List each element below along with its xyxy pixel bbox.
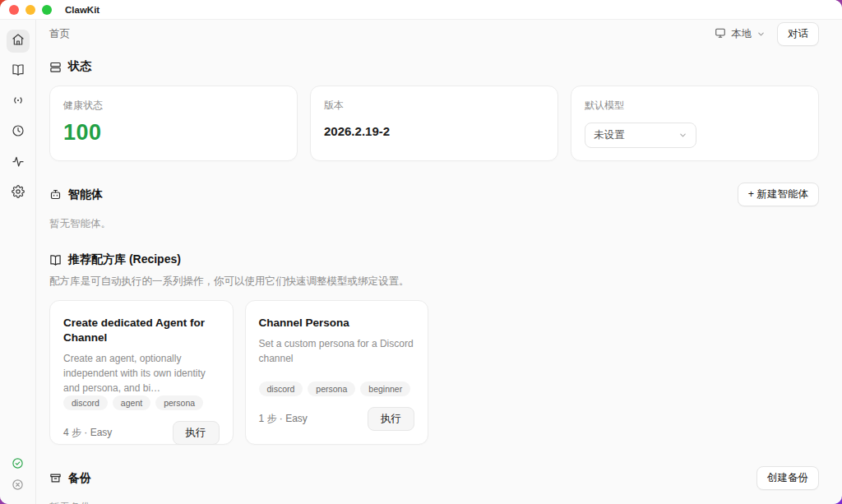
recipe-tags: discord persona beginner [259,381,415,396]
book-open-icon [49,254,62,266]
version-value: 2026.2.19-2 [324,124,544,138]
version-card: 版本 2026.2.19-2 [310,86,558,161]
recipe-card[interactable]: Create dedicated Agent for Channel Creat… [49,300,234,445]
zoom-window-button[interactable] [42,5,52,15]
activity-icon [12,155,25,171]
backups-section-title: 备份 [68,471,91,486]
backups-empty-text: 暂无备份。 [49,501,819,504]
recipe-meta: 1 步 · Easy [259,412,308,426]
bot-icon [49,188,62,201]
default-model-select-value: 未设置 [594,128,625,142]
home-icon [12,33,25,49]
minimize-window-button[interactable] [25,5,35,15]
traffic-lights [9,5,52,15]
backups-section: 备份 创建备份 暂无备份。 [49,466,819,504]
tag-badge: beginner [360,381,410,396]
new-agent-button[interactable]: + 新建智能体 [738,183,819,206]
agents-section-title: 智能体 [68,187,103,202]
sidebar [0,20,36,504]
window-title: ClawKit [65,5,99,15]
top-bar: 首页 本地 对话 [36,20,842,48]
recipes-subtitle: 配方库是可自动执行的一系列操作，你可以使用它们快速调整模型或绑定设置。 [49,275,819,289]
status-off-indicator[interactable] [12,479,25,492]
health-value: 100 [63,120,284,146]
environment-label: 本地 [731,27,752,41]
chat-button[interactable]: 对话 [777,22,819,46]
clock-icon [12,124,25,141]
sidebar-item-settings[interactable] [7,182,30,205]
recipe-meta: 4 步 · Easy [63,426,112,440]
health-card: 健康状态 100 [49,86,298,161]
chevron-down-icon [678,131,687,140]
default-model-card: 默认模型 未设置 [571,86,819,161]
default-model-select[interactable]: 未设置 [585,123,696,148]
sidebar-item-docs[interactable] [7,60,30,83]
recipe-title: Channel Persona [259,316,415,331]
recipe-description: Create an agent, optionally independent … [63,351,220,395]
recipes-section-title: 推荐配方库 (Recipes) [68,252,181,267]
sidebar-item-history[interactable] [7,121,30,144]
tag-badge: discord [259,381,303,396]
environment-switcher[interactable]: 本地 [715,27,766,41]
breadcrumb: 首页 [49,27,70,41]
gear-icon [12,185,25,201]
run-recipe-button[interactable]: 执行 [368,407,414,431]
tag-badge: persona [155,395,203,410]
recipe-title: Create dedicated Agent for Channel [63,316,220,345]
app-window: ClawKit [0,0,842,504]
tag-badge: discord [63,395,108,410]
default-model-label: 默认模型 [585,99,805,113]
check-circle-icon [12,457,24,473]
tag-badge: persona [308,381,355,396]
broadcast-icon [12,94,25,110]
content: 状态 健康状态 100 版本 2026.2.19-2 默认模型 [36,48,842,504]
agents-empty-text: 暂无智能体。 [49,217,819,231]
title-bar: ClawKit [0,0,842,20]
recipe-description: Set a custom persona for a Discord chann… [259,336,415,366]
main-area: 首页 本地 对话 [36,20,842,504]
agents-section: 智能体 + 新建智能体 暂无智能体。 [49,183,819,231]
status-section-title: 状态 [68,59,91,74]
tag-badge: agent [113,395,150,410]
sidebar-item-home[interactable] [7,30,30,53]
recipe-tags: discord agent persona [63,395,220,410]
stack-icon [49,61,62,73]
sidebar-item-broadcast[interactable] [7,90,30,113]
status-ok-indicator[interactable] [12,458,25,471]
close-window-button[interactable] [9,5,19,15]
recipes-section: 推荐配方库 (Recipes) 配方库是可自动执行的一系列操作，你可以使用它们快… [49,252,819,445]
x-circle-icon [12,479,24,494]
recipe-card[interactable]: Channel Persona Set a custom persona for… [245,300,429,445]
status-section: 状态 健康状态 100 版本 2026.2.19-2 默认模型 [49,59,819,161]
health-card-label: 健康状态 [63,99,284,113]
sidebar-item-activity[interactable] [7,151,30,174]
monitor-icon [715,27,726,41]
version-card-label: 版本 [324,99,544,113]
create-backup-button[interactable]: 创建备份 [756,466,819,490]
book-icon [12,63,25,80]
chevron-down-icon [756,30,766,39]
archive-box-icon [49,472,62,484]
run-recipe-button[interactable]: 执行 [173,421,220,445]
